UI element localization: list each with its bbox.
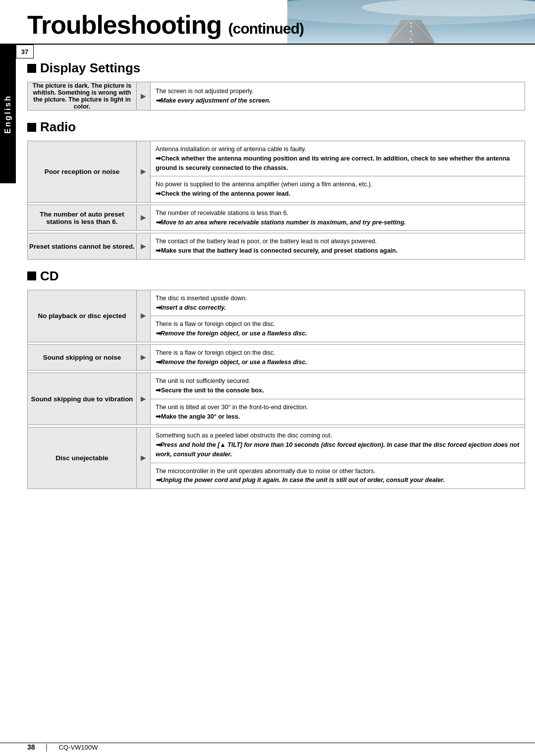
radio-arrow-1: ► [137, 141, 151, 203]
cd-solution-unejectable-2: The microcontroller in the unit operates… [151, 463, 525, 489]
cd-row-unejectable: Disc unejectable ► Something such as a p… [28, 428, 525, 463]
cd-solution-no-playback-2: There is a flaw or foreign object on the… [151, 316, 525, 342]
display-solution-1: The screen is not adjusted properly. ➡Ma… [151, 83, 525, 109]
radio-problem-preset-store: Preset stations cannot be stored. [28, 233, 137, 260]
page-footer: 38 │ CQ-VW100W [0, 743, 535, 751]
title-continued: (continued) [228, 20, 304, 37]
radio-solution-poor-2: No power is supplied to the antenna ampl… [151, 176, 525, 203]
cd-arrow-3: ► [137, 373, 151, 425]
cd-solution-skipping-noise: There is a flaw or foreign object on the… [151, 344, 525, 371]
page-number: 37 [21, 48, 28, 55]
radio-section-square [27, 123, 36, 132]
cd-problem-unejectable: Disc unejectable [28, 428, 137, 489]
display-row-1: The picture is dark. The picture is whit… [28, 82, 525, 110]
radio-solution-poor-1: Antenna installation or wiring of antenn… [151, 141, 525, 176]
page-title: Troubleshooting (continued) [27, 10, 304, 40]
cd-section-header: CD [27, 269, 525, 284]
cd-row-vibration: Sound skipping due to vibration ► The un… [28, 373, 525, 399]
footer-model-name: CQ-VW100W [59, 744, 98, 751]
display-problem: The picture is dark. The picture is whit… [28, 82, 137, 110]
cd-arrow-1: ► [137, 290, 151, 342]
title-main: Troubleshooting [27, 10, 221, 39]
display-section-title: Display Settings [40, 60, 140, 76]
cd-problem-skipping-noise: Sound skipping or noise [28, 344, 137, 371]
language-tab: English [0, 45, 16, 183]
display-table: The picture is dark. The picture is whit… [27, 82, 525, 110]
cd-solution-vibration-2: The unit is tilted at over 30° in the fr… [151, 399, 525, 425]
main-content: Display Settings The picture is dark. Th… [27, 45, 525, 489]
radio-problem-poor-reception: Poor reception or noise [28, 141, 137, 203]
cd-solution-unejectable-1: Something such as a peeled label obstruc… [151, 428, 525, 463]
radio-section-title: Radio [40, 119, 76, 135]
cd-table: No playback or disc ejected ► The disc i… [27, 290, 525, 489]
radio-arrow-2: ► [137, 205, 151, 231]
radio-problem-auto-preset: The number of auto preset stations is le… [28, 205, 137, 231]
footer-page-number: 38 [27, 743, 35, 751]
footer-separator: │ [45, 744, 49, 751]
display-solutions: The screen is not adjusted properly. ➡Ma… [151, 82, 525, 110]
cd-section-title: CD [40, 269, 59, 284]
radio-section-header: Radio [27, 119, 525, 135]
radio-row-auto-preset: The number of auto preset stations is le… [28, 205, 525, 231]
cd-section-square [27, 271, 36, 280]
cd-solution-no-playback-1: The disc is inserted upside down. ➡Inser… [151, 290, 525, 316]
page-number-box: 37 [16, 45, 34, 58]
radio-row-poor-reception: Poor reception or noise ► Antenna instal… [28, 141, 525, 176]
display-arrow: ► [137, 82, 151, 110]
display-section-square [27, 64, 36, 73]
radio-arrow-3: ► [137, 233, 151, 260]
cd-solution-vibration-1: The unit is not sufficiently secured. ➡S… [151, 373, 525, 399]
radio-solution-preset-store: The contact of the battery lead is poor,… [151, 233, 525, 260]
radio-row-preset-store: Preset stations cannot be stored. ► The … [28, 233, 525, 260]
cd-row-no-playback: No playback or disc ejected ► The disc i… [28, 290, 525, 316]
page: Troubleshooting (continued) English 37 D… [0, 0, 535, 756]
cd-arrow-2: ► [137, 344, 151, 371]
header-road-image [287, 0, 535, 45]
cd-arrow-4: ► [137, 428, 151, 489]
language-label: English [3, 95, 12, 134]
radio-solution-auto-preset: The number of receivable stations is les… [151, 205, 525, 231]
cd-problem-vibration: Sound skipping due to vibration [28, 373, 137, 425]
radio-table: Poor reception or noise ► Antenna instal… [27, 141, 525, 260]
display-section-header: Display Settings [27, 60, 525, 76]
cd-problem-no-playback: No playback or disc ejected [28, 290, 137, 342]
cd-row-skipping-noise: Sound skipping or noise ► There is a fla… [28, 344, 525, 371]
page-header: Troubleshooting (continued) [0, 0, 535, 45]
